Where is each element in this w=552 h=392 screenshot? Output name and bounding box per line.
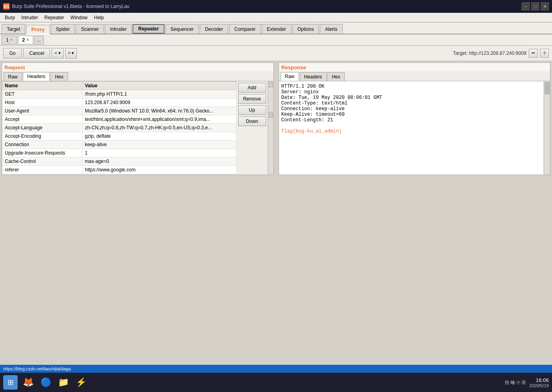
header-name-cell: GET (2, 90, 82, 99)
tab-comparer[interactable]: Comparer (229, 24, 261, 34)
table-row[interactable]: refererhttps://www.google.com (2, 166, 237, 174)
date-display: 2020/5/19 (529, 383, 549, 388)
table-row[interactable]: User-AgentMozilla/5.0 (Windows NT 10.0; … (2, 107, 237, 115)
tab-repeater[interactable]: Repeater (132, 24, 164, 34)
response-tab-headers[interactable]: Headers (300, 72, 327, 81)
header-name-cell: Upgrade-Insecure-Requests (2, 149, 82, 157)
taskbar-files[interactable]: 📁 (56, 375, 70, 390)
header-value-cell: keep-alive (82, 141, 237, 149)
header-value-cell: max-age=0 (82, 157, 237, 166)
request-table-area: Name Value GET/from.php HTTP/1.1Host123.… (2, 81, 237, 175)
taskbar-left: ⊞ 🦊 🔵 📁 ⚡ (3, 375, 88, 390)
table-row[interactable]: GET/from.php HTTP/1.1 (2, 90, 237, 99)
cancel-button[interactable]: Cancel (23, 48, 50, 58)
header-value-cell: gzip, deflate (82, 132, 237, 141)
scrollbar-thumb (545, 82, 550, 94)
tab-extender[interactable]: Extender (262, 24, 291, 34)
table-row[interactable]: Accept-Encodinggzip, deflate (2, 132, 237, 141)
remove-button[interactable]: Remove (238, 94, 266, 104)
header-name-cell: Host (2, 99, 82, 107)
maximize-button[interactable]: □ (531, 2, 539, 10)
app-icon: BS (3, 3, 10, 10)
request-empty-area (2, 174, 237, 175)
minimize-button[interactable]: ─ (522, 2, 530, 10)
menu-burp[interactable]: Burp (2, 13, 18, 22)
response-scrollbar[interactable] (544, 81, 550, 175)
header-name-cell: Accept-Encoding (2, 132, 82, 141)
menu-window[interactable]: Window (67, 13, 91, 22)
clock-area: 16:06 2020/5/19 (529, 377, 549, 388)
request-tabs: Raw Headers Hex (2, 71, 273, 81)
header-name-cell: Connection (2, 141, 82, 149)
title-bar: BS Burp Suite Professional v1.6beta - li… (0, 0, 552, 13)
close-button[interactable]: ✕ (541, 2, 549, 10)
url-bar-text: https://blog.csdn.net/laochijia/daga (3, 366, 71, 371)
side-buttons: Add Remove Up Down (237, 81, 268, 175)
response-panel: Response Raw Headers Hex HTTP/1.1 200 OK… (279, 62, 551, 175)
table-row[interactable]: Accept-Languagezh-CN,zh;q=0.8,zh-TW;q=0.… (2, 124, 237, 132)
col-name-header: Name (2, 82, 82, 90)
table-row[interactable]: Accepttext/html,application/xhtml+xml,ap… (2, 115, 237, 124)
repeater-tab-1-close[interactable]: × (10, 38, 13, 42)
window-title: Burp Suite Professional v1.6beta - licen… (12, 4, 130, 9)
request-panel: Request Raw Headers Hex Name Value GET/f… (2, 62, 274, 175)
down-button[interactable]: Down (238, 117, 266, 126)
request-tab-raw[interactable]: Raw (4, 72, 22, 81)
tab-alerts[interactable]: Alerts (320, 24, 343, 34)
tab-spider[interactable]: Spider (51, 24, 75, 34)
response-tab-hex[interactable]: Hex (327, 72, 345, 81)
header-name-cell: Accept-Language (2, 124, 82, 132)
tab-decoder[interactable]: Decoder (200, 24, 228, 34)
target-edit-button[interactable]: ✏ (529, 49, 538, 58)
tab-intruder[interactable]: Intruder (105, 24, 132, 34)
menu-intruder[interactable]: Intruder (18, 13, 41, 22)
request-scrollbar[interactable] (268, 81, 273, 175)
tab-sequencer[interactable]: Sequencer (165, 24, 199, 34)
target-label: Target: http://123.206.87.240:9009 (453, 50, 526, 56)
main-tab-bar: Target Proxy Spider Scanner Intruder Rep… (0, 22, 552, 34)
go-button[interactable]: Go (3, 48, 22, 58)
repeater-tab-2-close[interactable]: × (26, 38, 29, 42)
header-value-cell: 123.206.87.240:9009 (82, 99, 237, 107)
firefox-icon: 🦊 (23, 377, 34, 388)
taskbar-firefox[interactable]: 🦊 (21, 375, 35, 390)
back-button[interactable]: < ▾ (52, 48, 63, 58)
menu-help[interactable]: Help (91, 13, 107, 22)
table-row[interactable]: Upgrade-Insecure-Requests1 (2, 149, 237, 157)
up-button[interactable]: Up (238, 105, 266, 115)
repeater-tab-1[interactable]: 1 × (2, 36, 17, 44)
repeater-tab-2-label: 2 (22, 37, 25, 43)
response-tab-raw[interactable]: Raw (281, 72, 299, 81)
add-button[interactable]: Add (238, 83, 266, 92)
tab-scanner[interactable]: Scanner (76, 24, 104, 34)
menu-repeater[interactable]: Repeater (41, 13, 67, 22)
table-row[interactable]: Cache-Controlmax-age=0 (2, 157, 237, 166)
tab-options[interactable]: Options (292, 24, 319, 34)
header-name-cell: Cache-Control (2, 157, 82, 166)
header-value-cell: 1 (82, 149, 237, 157)
table-row[interactable]: Host123.206.87.240:9009 (2, 99, 237, 107)
target-help-button[interactable]: ? (540, 49, 549, 58)
window-controls: ─ □ ✕ (522, 2, 549, 10)
start-button[interactable]: ⊞ (3, 375, 18, 390)
header-name-cell: referer (2, 166, 82, 174)
request-title: Request (2, 63, 273, 71)
request-body: Name Value GET/from.php HTTP/1.1Host123.… (2, 81, 273, 175)
toolbar: Go Cancel < ▾ > ▾ Target: http://123.206… (0, 46, 552, 61)
header-name-cell: User-Agent (2, 107, 82, 115)
tab-proxy[interactable]: Proxy (26, 25, 50, 34)
flag-text: flag{bug-ku_ai_admin} (281, 129, 342, 134)
taskbar-burp[interactable]: ⚡ (74, 375, 88, 390)
taskbar-chrome[interactable]: 🔵 (38, 375, 53, 390)
headers-table: Name Value GET/from.php HTTP/1.1Host123.… (2, 81, 237, 174)
request-tab-headers[interactable]: Headers (23, 72, 50, 81)
taskbar: ⊞ 🦊 🔵 📁 ⚡ 指 蛐 小 英 16:06 2020/5/19 (0, 373, 552, 392)
forward-button[interactable]: > ▾ (65, 48, 77, 58)
repeater-tab-2[interactable]: 2 × (18, 36, 34, 44)
windows-icon: ⊞ (8, 378, 14, 387)
repeater-tab-more[interactable]: ... (34, 36, 44, 44)
main-panels: Request Raw Headers Hex Name Value GET/f… (0, 61, 552, 177)
request-tab-hex[interactable]: Hex (50, 72, 68, 81)
tab-target[interactable]: Target (2, 24, 25, 34)
table-row[interactable]: Connectionkeep-alive (2, 141, 237, 149)
